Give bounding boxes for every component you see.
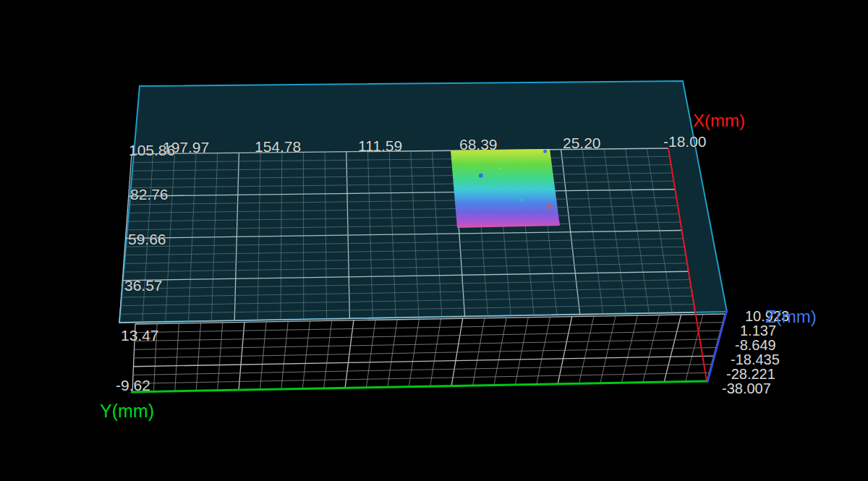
y-axis-tick-label: 13.47 [121, 328, 159, 343]
z-axis-tick-label: -38.007 [722, 381, 771, 396]
z-axis-tick-label: -8.649 [735, 338, 776, 352]
scan-defect-dot [547, 205, 551, 209]
scan-defect-dot [479, 174, 483, 178]
x-axis-tick-label: 111.59 [358, 138, 402, 153]
x-axis-tick-label: 154.78 [255, 139, 301, 154]
z-axis-line [707, 310, 727, 383]
scan-defect-dot [543, 150, 547, 153]
scan-surface-patch [451, 149, 560, 228]
y-axis-line [131, 381, 707, 392]
scan-defect-dot [520, 198, 524, 202]
x-axis-tick-label: -18.00 [663, 134, 707, 149]
y-axis-tick-label: 36.57 [124, 278, 163, 293]
y-axis-tick-label: 82.76 [130, 187, 169, 202]
bottom-face-grid [132, 314, 725, 392]
y-axis-tick-label: 105.86 [129, 142, 175, 158]
z-axis-tick-label: -28.221 [726, 367, 775, 381]
x-axis-tick-label: 68.39 [459, 137, 498, 152]
x-axis-title: X(mm) [693, 112, 745, 129]
x-axis-tick-label: 25.20 [563, 135, 601, 150]
y-axis-tick-label: 59.66 [128, 231, 166, 247]
bounding-box-top-face [119, 81, 727, 323]
scan-defect-dot [498, 167, 501, 170]
z-axis-title: Z(mm) [765, 308, 817, 325]
z-axis-tick-label: -18.435 [731, 352, 780, 367]
y-axis-tick-label: -9.62 [116, 378, 150, 393]
y-axis-title: Y(mm) [100, 402, 154, 420]
scan-3d-viewport[interactable]: 197.97154.78111.5968.3925.20-18.00105.86… [0, 0, 868, 481]
